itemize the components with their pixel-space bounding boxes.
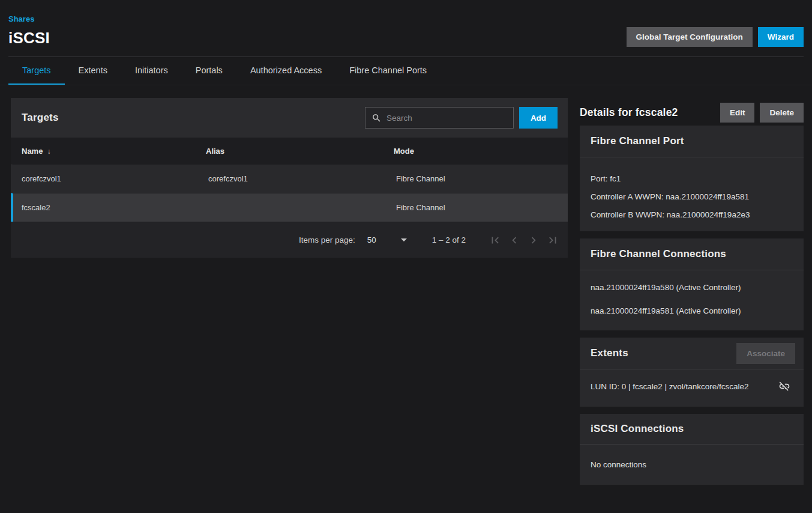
- tab-extents-label: Extents: [79, 65, 107, 75]
- cell-name: fcscale2: [13, 203, 208, 212]
- last-page-button[interactable]: [545, 232, 561, 248]
- iscsi-connections-card: iSCSI Connections No connections: [580, 414, 804, 485]
- chevron-down-icon: [401, 238, 407, 241]
- main-content: Targets Add Name↓ Alias Mode corefczvol1: [0, 85, 812, 492]
- details-actions: Edit Delete: [720, 103, 804, 123]
- tab-targets[interactable]: Targets: [8, 57, 65, 85]
- app-root: Shares iSCSI Global Target Configuration…: [0, 0, 812, 492]
- iscsi-connections-card-body: No connections: [580, 445, 804, 485]
- cell-mode: Fibre Channel: [396, 174, 568, 183]
- column-header-alias[interactable]: Alias: [206, 147, 394, 156]
- cell-alias: corefczvol1: [208, 174, 396, 183]
- extents-card-body: LUN ID: 0 | fcscale2 | zvol/tankcore/fcs…: [580, 369, 804, 407]
- fc-connection-item: naa.21000024ff19a580 (Active Controller): [591, 276, 793, 299]
- extent-item-label: LUN ID: 0 | fcscale2 | zvol/tankcore/fcs…: [591, 382, 749, 391]
- fibre-channel-connections-card-title: Fibre Channel Connections: [591, 248, 726, 260]
- column-header-name[interactable]: Name↓: [11, 147, 206, 156]
- add-button[interactable]: Add: [519, 107, 558, 129]
- fc-port-value: Port: fc1: [591, 174, 793, 184]
- targets-panel: Targets Add Name↓ Alias Mode corefczvol1: [11, 98, 568, 258]
- chevron-right-icon: [527, 234, 540, 247]
- table-row-corefczvol1[interactable]: corefczvol1 corefczvol1 Fibre Channel: [11, 164, 568, 193]
- paginator-buttons: [487, 232, 561, 248]
- fibre-channel-connections-card-body: naa.21000024ff19a580 (Active Controller)…: [580, 270, 804, 330]
- tab-bar: Targets Extents Initiators Portals Autho…: [0, 57, 812, 85]
- tab-portals-label: Portals: [196, 65, 223, 75]
- title-row: iSCSI Global Target Configuration Wizard: [8, 27, 804, 57]
- table-header-row: Name↓ Alias Mode: [11, 138, 568, 164]
- fibre-channel-connections-card-header: Fibre Channel Connections: [580, 238, 804, 270]
- fibre-channel-port-card-title: Fibre Channel Port: [591, 135, 684, 147]
- search-box[interactable]: [365, 107, 514, 129]
- targets-table: Name↓ Alias Mode corefczvol1 corefczvol1…: [11, 138, 568, 258]
- extent-item-row: LUN ID: 0 | fcscale2 | zvol/tankcore/fcs…: [591, 380, 793, 392]
- delete-button[interactable]: Delete: [760, 103, 804, 123]
- extents-card: Extents Associate LUN ID: 0 | fcscale2 |…: [580, 338, 804, 407]
- breadcrumb-shares[interactable]: Shares: [8, 14, 34, 23]
- edit-button[interactable]: Edit: [720, 103, 755, 123]
- cell-name: corefczvol1: [13, 174, 208, 183]
- details-panel: Details for fcscale2 Edit Delete Fibre C…: [580, 98, 804, 492]
- fibre-channel-port-card-header: Fibre Channel Port: [580, 126, 804, 157]
- paginator-range-label: 1 – 2 of 2: [432, 235, 466, 244]
- fibre-channel-connections-card: Fibre Channel Connections naa.21000024ff…: [580, 238, 804, 330]
- controller-b-wwpn: Controller B WWPN: naa.21000024ff19a2e3: [591, 210, 793, 220]
- tab-fibre-channel-ports[interactable]: Fibre Channel Ports: [335, 57, 441, 85]
- tab-extents[interactable]: Extents: [65, 57, 121, 85]
- tab-targets-label: Targets: [22, 65, 51, 75]
- last-page-icon: [546, 234, 559, 247]
- details-header: Details for fcscale2 Edit Delete: [580, 98, 804, 126]
- fibre-channel-port-card: Fibre Channel Port Port: fc1 Controller …: [580, 126, 804, 231]
- sort-descending-icon: ↓: [47, 147, 50, 156]
- extents-card-title: Extents: [591, 347, 628, 359]
- page-header: Shares iSCSI Global Target Configuration…: [0, 0, 812, 57]
- page-title: iSCSI: [8, 29, 50, 47]
- global-target-configuration-button[interactable]: Global Target Configuration: [627, 27, 753, 47]
- details-title: Details for fcscale2: [580, 106, 678, 119]
- unlink-icon[interactable]: [778, 380, 790, 392]
- fibre-channel-port-card-body: Port: fc1 Controller A WWPN: naa.2100002…: [580, 157, 804, 231]
- paginator: Items per page: 50 1 – 2 of 2: [11, 222, 568, 258]
- items-per-page-value: 50: [367, 235, 376, 244]
- chevron-left-icon: [508, 234, 521, 247]
- header-actions: Global Target Configuration Wizard: [627, 27, 804, 47]
- wizard-button[interactable]: Wizard: [758, 27, 804, 47]
- cell-mode: Fibre Channel: [396, 203, 568, 212]
- iscsi-connections-card-title: iSCSI Connections: [591, 423, 684, 435]
- column-header-name-label: Name: [22, 147, 43, 156]
- tab-portals[interactable]: Portals: [182, 57, 236, 85]
- tab-fibre-channel-ports-label: Fibre Channel Ports: [349, 65, 427, 75]
- no-connections-label: No connections: [591, 460, 793, 469]
- next-page-button[interactable]: [526, 232, 541, 248]
- items-per-page-select[interactable]: 50: [367, 235, 407, 244]
- column-header-mode[interactable]: Mode: [394, 147, 568, 156]
- search-icon: [371, 113, 382, 123]
- table-row-fcscale2[interactable]: fcscale2 Fibre Channel: [11, 193, 568, 222]
- iscsi-connections-card-header: iSCSI Connections: [580, 414, 804, 445]
- associate-button[interactable]: Associate: [736, 343, 795, 364]
- first-page-button[interactable]: [487, 232, 503, 248]
- items-per-page-label: Items per page:: [299, 235, 355, 244]
- search-input[interactable]: [386, 114, 507, 123]
- previous-page-button[interactable]: [507, 232, 522, 248]
- extents-card-header: Extents Associate: [580, 338, 804, 369]
- tab-authorized-access[interactable]: Authorized Access: [236, 57, 335, 85]
- targets-panel-header: Targets Add: [11, 98, 568, 138]
- first-page-icon: [489, 234, 502, 247]
- tab-initiators[interactable]: Initiators: [121, 57, 182, 85]
- fc-connection-item: naa.21000024ff19a581 (Active Controller): [591, 299, 793, 323]
- tab-authorized-access-label: Authorized Access: [250, 65, 322, 75]
- targets-panel-title: Targets: [22, 112, 59, 124]
- controller-a-wwpn: Controller A WWPN: naa.21000024ff19a581: [591, 192, 793, 202]
- tab-initiators-label: Initiators: [135, 65, 168, 75]
